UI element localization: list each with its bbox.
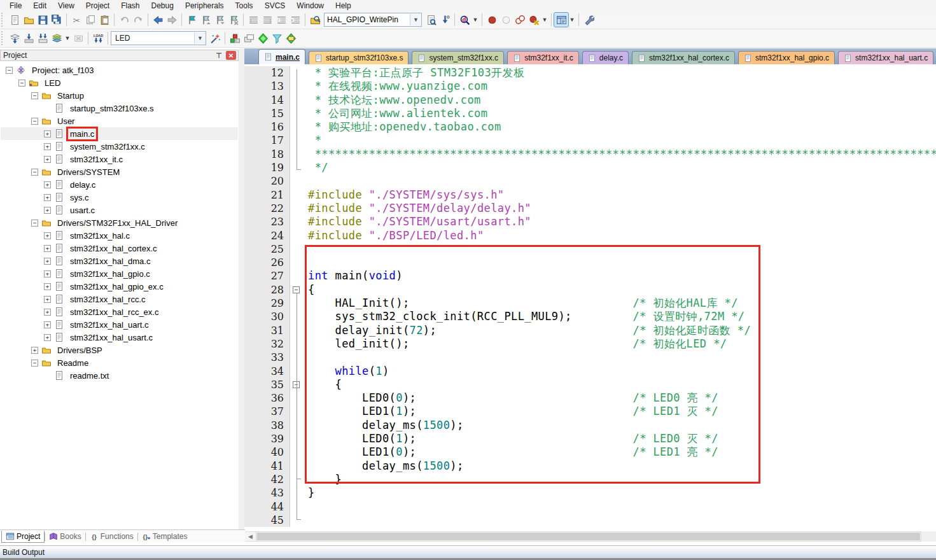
- pin-icon[interactable]: ⊤: [214, 51, 224, 60]
- tree-item-system_stm32f1xx.c[interactable]: +system_stm32f1xx.c: [1, 140, 238, 153]
- tree-item-stm32f1xx_hal_dma.c[interactable]: +stm32f1xx_hal_dma.c: [1, 255, 238, 267]
- tree-item-Drivers/STM32F1xx_HAL_Driver[interactable]: −Drivers/STM32F1xx_HAL_Driver: [1, 216, 238, 229]
- tree-item-stm32f1xx_hal_cortex.c[interactable]: +stm32f1xx_hal_cortex.c: [1, 242, 238, 255]
- tree-expand-plus[interactable]: +: [31, 347, 38, 354]
- new-file-icon[interactable]: [8, 13, 22, 27]
- menu-help[interactable]: Help: [330, 1, 357, 10]
- tree-item-sys.c[interactable]: +sys.c: [1, 191, 238, 204]
- configure-wrench-icon[interactable]: [582, 13, 596, 27]
- panel-tab-templates[interactable]: {}Templates: [138, 531, 192, 542]
- tree-item-stm32f1xx_hal_rcc_ex.c[interactable]: +stm32f1xx_hal_rcc_ex.c: [1, 305, 238, 318]
- panel-tab-functions[interactable]: {}Functions: [86, 531, 137, 542]
- rebuild-icon[interactable]: [36, 31, 50, 45]
- search-input[interactable]: [325, 15, 410, 24]
- tree-item-Drivers/SYSTEM[interactable]: −Drivers/SYSTEM: [1, 165, 238, 178]
- back-arrow-icon[interactable]: [151, 13, 165, 27]
- tree-expand-plus[interactable]: +: [44, 245, 51, 252]
- menu-file[interactable]: File: [4, 1, 27, 10]
- window-layout-icon[interactable]: [554, 13, 568, 27]
- tree-expand-minus[interactable]: −: [31, 360, 38, 367]
- menu-edit[interactable]: Edit: [27, 1, 52, 10]
- forward-arrow-icon[interactable]: [165, 13, 179, 27]
- toolbar-grip[interactable]: [1, 13, 6, 27]
- save-all-icon[interactable]: [50, 13, 64, 27]
- tree-expand-minus[interactable]: −: [31, 92, 38, 99]
- copy-icon[interactable]: [83, 13, 97, 27]
- filter-icon[interactable]: [270, 31, 284, 45]
- pack-installer-icon[interactable]: [284, 31, 298, 45]
- editor-tab-main.c[interactable]: main.c: [258, 49, 305, 64]
- tree-expand-minus[interactable]: −: [18, 80, 25, 87]
- tree-expand-minus[interactable]: −: [31, 169, 38, 176]
- comment-icon[interactable]: /: [274, 13, 288, 27]
- tree-expand-plus[interactable]: +: [44, 309, 51, 316]
- open-folder-icon[interactable]: [22, 13, 36, 27]
- tree-expand-plus[interactable]: +: [44, 270, 51, 277]
- tree-expand-plus[interactable]: +: [44, 130, 51, 137]
- dropdown-arrow-icon[interactable]: ▼: [541, 13, 548, 26]
- editor-tab-stm32f1xx_it.c[interactable]: stm32f1xx_it.c: [507, 51, 579, 64]
- scroll-left-arrow-icon[interactable]: ◀: [245, 532, 256, 541]
- code-editor[interactable]: 12 * 实验平台:正点原子 STM32F103开发板13 * 在线视频:www…: [244, 64, 936, 531]
- cut-icon[interactable]: ✂: [69, 13, 83, 27]
- tree-item-stm32f1xx_it.c[interactable]: +stm32f1xx_it.c: [1, 153, 238, 165]
- find-next-icon[interactable]: [438, 13, 452, 27]
- find-in-files-icon[interactable]: [308, 13, 322, 27]
- redo-icon[interactable]: [131, 13, 145, 27]
- tree-item-main.c[interactable]: +main.c: [1, 127, 238, 140]
- batch-build-icon[interactable]: [50, 31, 64, 45]
- translate-icon[interactable]: [8, 31, 22, 45]
- tree-expand-plus[interactable]: +: [44, 296, 51, 303]
- toolbar-grip[interactable]: [1, 31, 6, 45]
- tree-item-stm32f1xx_hal.c[interactable]: +stm32f1xx_hal.c: [1, 229, 238, 242]
- tree-item-usart.c[interactable]: +usart.c: [1, 204, 238, 216]
- tree-expand-minus[interactable]: −: [31, 118, 38, 125]
- menu-view[interactable]: View: [52, 1, 80, 10]
- tree-item-LED[interactable]: −LED: [1, 76, 238, 89]
- target-select[interactable]: LED ▼: [111, 31, 206, 45]
- editor-tab-stm32f1xx_hal_uart.c[interactable]: stm32f1xx_hal_uart.c: [838, 51, 933, 64]
- tree-expand-plus[interactable]: +: [44, 194, 51, 201]
- breakpoint-disable-icon[interactable]: [499, 13, 513, 27]
- uncomment-icon[interactable]: x: [288, 13, 302, 27]
- components-icon[interactable]: [228, 31, 242, 45]
- editor-tab-stm32f1xx_hal_cortex.c[interactable]: stm32f1xx_hal_cortex.c: [632, 51, 735, 64]
- scrollbar-thumb[interactable]: [257, 533, 920, 540]
- panel-splitter[interactable]: [239, 48, 244, 529]
- tree-expand-plus[interactable]: +: [44, 321, 51, 328]
- editor-horizontal-scrollbar[interactable]: ◀: [244, 531, 921, 542]
- manage-rte-icon[interactable]: [256, 31, 270, 45]
- tree-item-Drivers/BSP[interactable]: +Drivers/BSP: [1, 344, 238, 356]
- debug-session-icon[interactable]: d: [458, 13, 471, 27]
- load-icon[interactable]: LOAD: [91, 31, 105, 45]
- tree-item-stm32f1xx_hal_usart.c[interactable]: +stm32f1xx_hal_usart.c: [1, 331, 238, 344]
- tree-item-delay.c[interactable]: +delay.c: [1, 178, 238, 191]
- target-dropdown-arrow[interactable]: ▼: [194, 32, 206, 44]
- tree-item-stm32f1xx_hal_gpio.c[interactable]: +stm32f1xx_hal_gpio.c: [1, 267, 238, 280]
- undo-icon[interactable]: [117, 13, 131, 27]
- tree-item-stm32f1xx_hal_rcc.c[interactable]: +stm32f1xx_hal_rcc.c: [1, 293, 238, 305]
- editor-tab-stm32f1xx_hal_gpio.c[interactable]: stm32f1xx_hal_gpio.c: [738, 51, 835, 64]
- panel-tab-books[interactable]: Books: [45, 531, 85, 542]
- flip-windows-icon[interactable]: [242, 31, 256, 45]
- tree-item-startup_stm32f103xe.s[interactable]: startup_stm32f103xe.s: [1, 102, 238, 115]
- menu-tools[interactable]: Tools: [230, 1, 259, 10]
- menu-flash[interactable]: Flash: [115, 1, 145, 10]
- build-output-bar[interactable]: Build Output: [0, 545, 936, 558]
- close-icon[interactable]: ✕: [226, 51, 236, 60]
- options-wand-icon[interactable]: [208, 31, 222, 45]
- breakpoint-disable-all-icon[interactable]: [513, 13, 527, 27]
- breakpoint-icon[interactable]: [485, 13, 499, 27]
- tree-item-stm32f1xx_hal_gpio_ex.c[interactable]: +stm32f1xx_hal_gpio_ex.c: [1, 280, 238, 293]
- bookmark-clear-icon[interactable]: [227, 13, 241, 27]
- tree-expand-plus[interactable]: +: [44, 334, 51, 341]
- bookmark-next-icon[interactable]: [213, 13, 227, 27]
- tree-item-readme.txt[interactable]: readme.txt: [1, 369, 238, 382]
- menu-svcs[interactable]: SVCS: [259, 1, 291, 10]
- tree-expand-plus[interactable]: +: [44, 232, 51, 239]
- dropdown-arrow-icon[interactable]: ▼: [568, 13, 576, 26]
- indent-icon[interactable]: [246, 13, 260, 27]
- tree-expand-plus[interactable]: +: [44, 156, 51, 163]
- tree-item-Readme[interactable]: −Readme: [1, 356, 238, 369]
- menu-window[interactable]: Window: [291, 1, 330, 10]
